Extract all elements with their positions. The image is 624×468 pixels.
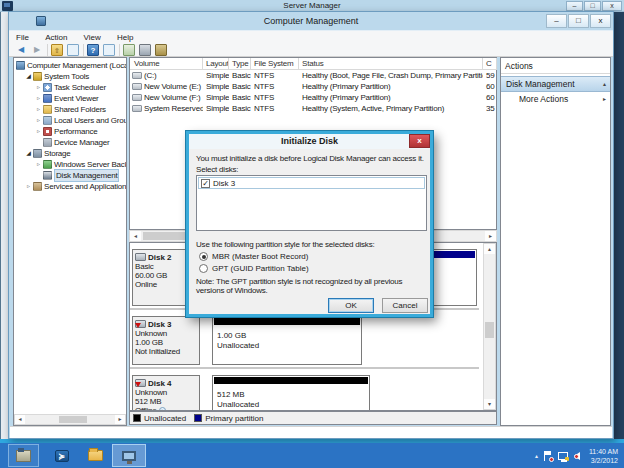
- unallocated-strip: [214, 377, 368, 384]
- dialog-close-icon[interactable]: x: [409, 134, 430, 148]
- help-icon[interactable]: ?: [87, 44, 99, 56]
- legend-primary-label: Primary partition: [205, 414, 263, 423]
- collapse-icon[interactable]: ▴: [603, 77, 606, 92]
- expander-collapsed-icon[interactable]: ▹: [34, 126, 43, 137]
- disk-error-icon: [135, 379, 146, 387]
- volume-row[interactable]: System Reserved Simple Basic NTFS Health…: [130, 103, 496, 114]
- expander-collapsed-icon[interactable]: ▹: [34, 159, 43, 170]
- network-icon[interactable]: [558, 452, 568, 460]
- disk-properties-icon[interactable]: [139, 44, 151, 56]
- radio-unselected-icon[interactable]: [199, 264, 208, 273]
- dialog-titlebar[interactable]: Initialize Disk x: [189, 134, 430, 149]
- col-volume[interactable]: Volume: [132, 58, 203, 70]
- tree-item-system-tools[interactable]: ◢System Tools: [14, 71, 126, 82]
- taskbar-file-explorer-button[interactable]: [80, 444, 111, 467]
- tree-item-disk-management[interactable]: Disk Management: [14, 170, 126, 181]
- scroll-thumb[interactable]: [59, 416, 87, 423]
- taskbar-server-manager-button[interactable]: [8, 444, 39, 467]
- expander-collapsed-icon[interactable]: ▹: [34, 104, 43, 115]
- volume-row[interactable]: (C:) Simple Basic NTFS Healthy (Boot, Pa…: [130, 70, 496, 81]
- sm-close-button[interactable]: x: [602, 1, 622, 11]
- disk-row-disk3: Disk 3 Unknown 1.00 GB Not Initialized 1…: [130, 314, 479, 369]
- expander-collapsed-icon[interactable]: ▹: [34, 93, 43, 104]
- cancel-button[interactable]: Cancel: [382, 298, 428, 313]
- tree-item-performance[interactable]: ▹Performance: [14, 126, 126, 137]
- tree-item-local-users-groups[interactable]: ▹Local Users and Groups: [14, 115, 126, 126]
- show-hidden-icons-icon[interactable]: ▴: [535, 452, 538, 459]
- dialog-message: You must initialize a disk before Logica…: [196, 154, 429, 163]
- show-console-tree-icon[interactable]: [67, 44, 79, 56]
- col-layout[interactable]: Layout: [204, 58, 229, 70]
- radio-selected-icon[interactable]: [199, 252, 208, 261]
- back-icon[interactable]: ◀: [15, 44, 27, 56]
- system-tools-icon: [33, 72, 42, 81]
- volume-muted-icon[interactable]: [574, 452, 580, 460]
- disk3-unallocated-region[interactable]: 1.00 GB Unallocated: [212, 316, 362, 365]
- tree-item-device-manager[interactable]: Device Manager: [14, 137, 126, 148]
- disk-list-item[interactable]: ✓ Disk 3: [198, 177, 425, 189]
- tree-item-services-applications[interactable]: ▹Services and Applications: [14, 181, 126, 192]
- disk3-label-box[interactable]: Disk 3 Unknown 1.00 GB Not Initialized: [132, 316, 200, 365]
- action-center-flag-icon[interactable]: [544, 451, 552, 461]
- up-one-level-icon[interactable]: ⇧: [51, 44, 63, 56]
- scroll-down-icon[interactable]: ▾: [484, 399, 495, 409]
- ok-button[interactable]: OK: [328, 298, 374, 313]
- gpt-radio-row[interactable]: GPT (GUID Partition Table): [199, 264, 309, 273]
- scroll-left-icon[interactable]: ◂: [15, 415, 25, 424]
- expander-expanded-icon[interactable]: ◢: [24, 148, 33, 159]
- scroll-right-icon[interactable]: ▸: [485, 231, 496, 241]
- scroll-thumb[interactable]: [485, 322, 494, 338]
- col-file-system[interactable]: File System: [252, 58, 299, 70]
- col-capacity[interactable]: C: [484, 58, 497, 70]
- task-scheduler-icon: [43, 83, 52, 92]
- col-type[interactable]: Type: [230, 58, 251, 70]
- tree-horizontal-scrollbar[interactable]: ◂ ▸: [14, 414, 126, 425]
- cm-titlebar[interactable]: Computer Management: [9, 12, 613, 30]
- tree-item-storage[interactable]: ◢Storage: [14, 148, 126, 159]
- tree-item-event-viewer[interactable]: ▹Event Viewer: [14, 93, 126, 104]
- partition-style-label: Use the following partition style for th…: [196, 240, 374, 249]
- sm-minimize-button[interactable]: –: [566, 1, 583, 11]
- tree-item-task-scheduler[interactable]: ▹Task Scheduler: [14, 82, 126, 93]
- device-manager-icon: [43, 138, 52, 147]
- taskbar-powershell-button[interactable]: ≽: [46, 444, 77, 467]
- computer-management-icon: [36, 16, 46, 26]
- dialog-title: Initialize Disk: [189, 134, 430, 149]
- shared-folders-icon: [43, 105, 52, 114]
- volume-row[interactable]: New Volume (F:) Simple Basic NTFS Health…: [130, 92, 496, 103]
- forward-icon[interactable]: ▶: [31, 44, 43, 56]
- expander-expanded-icon[interactable]: ◢: [24, 71, 33, 82]
- graphical-view-vertical-scrollbar[interactable]: ▴ ▾: [483, 243, 496, 410]
- taskbar-computer-management-button[interactable]: [112, 444, 146, 467]
- volume-list-header: Volume Layout Type File System Status C: [130, 58, 496, 70]
- disk-settings-icon[interactable]: [155, 44, 167, 56]
- windows-server-backup-icon: [43, 160, 52, 169]
- volume-row[interactable]: New Volume (E:) Simple Basic NTFS Health…: [130, 81, 496, 92]
- cm-close-button[interactable]: x: [590, 14, 611, 28]
- volume-icon: [132, 94, 142, 101]
- console-window-icon[interactable]: [103, 44, 115, 56]
- disk4-unallocated-region[interactable]: 512 MB Unallocated: [212, 375, 370, 411]
- scroll-left-icon[interactable]: ◂: [130, 231, 141, 241]
- taskbar-clock[interactable]: 11:40 AM 3/2/2012: [589, 447, 618, 465]
- sm-maximize-button[interactable]: □: [584, 1, 601, 11]
- more-actions-item[interactable]: More Actions▸: [501, 92, 610, 106]
- tree-item-computer-management[interactable]: Computer Management (Local): [14, 60, 126, 71]
- disk-select-listbox[interactable]: ✓ Disk 3: [196, 175, 427, 231]
- scroll-right-icon[interactable]: ▸: [115, 415, 125, 424]
- services-applications-icon: [33, 182, 42, 191]
- actions-group-disk-management[interactable]: Disk Management▴: [501, 76, 610, 92]
- refresh-icon[interactable]: [123, 44, 135, 56]
- expander-collapsed-icon[interactable]: ▹: [34, 115, 43, 126]
- disk4-label-box[interactable]: Disk 4 Unknown 512 MB Offlinei: [132, 375, 200, 411]
- cm-maximize-button[interactable]: □: [568, 14, 589, 28]
- scroll-up-icon[interactable]: ▴: [484, 244, 495, 254]
- col-status[interactable]: Status: [300, 58, 483, 70]
- checkbox-checked-icon[interactable]: ✓: [201, 179, 210, 188]
- expander-collapsed-icon[interactable]: ▹: [34, 82, 43, 93]
- cm-minimize-button[interactable]: –: [546, 14, 567, 28]
- mbr-radio-row[interactable]: MBR (Master Boot Record): [199, 252, 308, 261]
- menu-bar: File Action View Help: [9, 30, 613, 43]
- expander-collapsed-icon[interactable]: ▹: [24, 181, 33, 192]
- tree-item-shared-folders[interactable]: ▹Shared Folders: [14, 104, 126, 115]
